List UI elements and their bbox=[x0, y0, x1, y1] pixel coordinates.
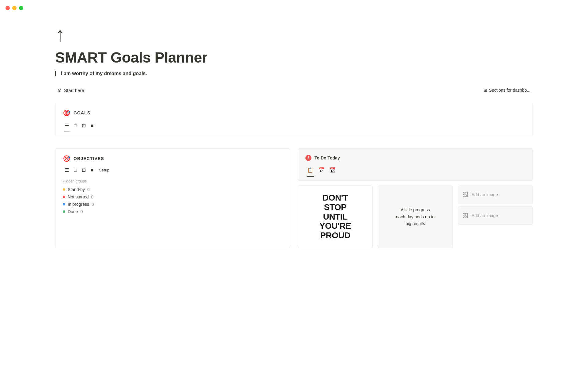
action-row: ⊙ Start here ⊞ Sections for dashbo... bbox=[55, 86, 533, 94]
grid-icon: ⊞ bbox=[484, 88, 487, 93]
objectives-board-tab[interactable]: □ bbox=[72, 166, 79, 174]
notstarted-dot bbox=[63, 196, 65, 198]
motivational-card: DON'T STOP UNTIL YOU'RE PROUD bbox=[298, 186, 373, 248]
image-placeholder-icon-2: 🖼 bbox=[463, 213, 469, 219]
add-image-button-2[interactable]: 🖼 Add an image bbox=[458, 206, 533, 225]
goals-list-view-tab[interactable]: ☰ bbox=[63, 121, 71, 130]
status-notstarted: Not started 0 bbox=[63, 194, 283, 199]
goals-section-header: 🎯 GOALS bbox=[63, 109, 525, 117]
hidden-groups-label: Hidden groups bbox=[63, 179, 283, 183]
title-bar bbox=[0, 0, 588, 16]
objectives-gallery-tab[interactable]: ⊡ bbox=[80, 166, 88, 174]
goals-title: GOALS bbox=[74, 110, 90, 115]
goals-board-view-tab[interactable]: □ bbox=[72, 122, 79, 130]
start-here-label: Start here bbox=[64, 88, 84, 93]
image-gallery: DON'T STOP UNTIL YOU'RE PROUD A little p… bbox=[298, 186, 533, 248]
inprogress-dot bbox=[63, 203, 65, 205]
objectives-panel: 🎯 OBJECTIVES ☰ □ ⊡ ■ Setup Hidden groups… bbox=[55, 148, 290, 248]
sections-button[interactable]: ⊞ Sections for dashbo... bbox=[481, 86, 533, 94]
info-icon: ! bbox=[305, 155, 311, 161]
inprogress-label: In progress bbox=[68, 202, 89, 207]
notstarted-count: 0 bbox=[91, 194, 93, 199]
bottom-grid: 🎯 OBJECTIVES ☰ □ ⊡ ■ Setup Hidden groups… bbox=[55, 148, 533, 248]
motivational-text: DON'T STOP UNTIL YOU'RE PROUD bbox=[319, 193, 351, 240]
quote-block: I am worthy of my dreams and goals. bbox=[55, 71, 533, 76]
standby-label: Stand-by bbox=[68, 187, 85, 192]
quote-card-text: A little progress each day adds up to bi… bbox=[396, 206, 435, 227]
goals-target-icon: 🎯 bbox=[63, 109, 70, 117]
circle-arrow-icon: ⊙ bbox=[58, 87, 62, 93]
quote-text: I am worthy of my dreams and goals. bbox=[61, 71, 147, 76]
objectives-target-icon: 🎯 bbox=[63, 155, 70, 162]
goals-view-tabs: ☰ □ ⊡ ■ bbox=[63, 121, 525, 130]
main-content: ↑ SMART Goals Planner I am worthy of my … bbox=[0, 0, 588, 248]
start-here-button[interactable]: ⊙ Start here bbox=[55, 86, 87, 94]
image-placeholder-icon-1: 🖼 bbox=[463, 192, 469, 198]
todo-panel: ! To Do Today 📋 📅 📆 bbox=[298, 148, 533, 181]
todo-title: To Do Today bbox=[315, 155, 340, 160]
close-button[interactable] bbox=[6, 6, 10, 10]
done-count: 0 bbox=[80, 209, 83, 214]
standby-dot bbox=[63, 188, 65, 191]
done-label: Done bbox=[68, 209, 78, 214]
objectives-view-tabs: ☰ □ ⊡ ■ bbox=[63, 166, 95, 174]
goals-section: 🎯 GOALS ☰ □ ⊡ ■ bbox=[55, 103, 533, 136]
todo-board-tab[interactable]: 📋 bbox=[305, 166, 315, 174]
status-standby: Stand-by 0 bbox=[63, 187, 283, 192]
inprogress-count: 0 bbox=[92, 202, 94, 207]
notstarted-label: Not started bbox=[68, 194, 89, 199]
todo-grid-tab[interactable]: 📆 bbox=[327, 166, 337, 174]
maximize-button[interactable] bbox=[19, 6, 23, 10]
status-inprogress: In progress 0 bbox=[63, 202, 283, 207]
objectives-list-tab[interactable]: ☰ bbox=[63, 166, 71, 174]
goals-table-view-tab[interactable]: ■ bbox=[89, 122, 96, 130]
todo-header: ! To Do Today bbox=[305, 155, 525, 161]
todo-view-tabs: 📋 📅 📆 bbox=[305, 166, 525, 174]
objectives-header: 🎯 OBJECTIVES bbox=[63, 155, 283, 162]
objectives-table-tab[interactable]: ■ bbox=[89, 166, 96, 174]
page-icon: ↑ bbox=[55, 25, 533, 44]
done-dot bbox=[63, 210, 65, 213]
quote-inspiration-card: A little progress each day adds up to bi… bbox=[378, 186, 453, 248]
objectives-setup-label[interactable]: Setup bbox=[99, 168, 109, 172]
objectives-title: OBJECTIVES bbox=[74, 156, 104, 161]
goals-gallery-view-tab[interactable]: ⊡ bbox=[80, 121, 88, 130]
add-image-button-1[interactable]: 🖼 Add an image bbox=[458, 186, 533, 204]
status-done: Done 0 bbox=[63, 209, 283, 214]
right-column: ! To Do Today 📋 📅 📆 DON'T STOP UNTIL YOU… bbox=[298, 148, 533, 248]
sections-label: Sections for dashbo... bbox=[489, 88, 530, 93]
todo-calendar-tab[interactable]: 📅 bbox=[316, 166, 326, 174]
minimize-button[interactable] bbox=[12, 6, 17, 10]
add-image-label-2: Add an image bbox=[472, 213, 498, 218]
standby-count: 0 bbox=[87, 187, 90, 192]
add-image-label-1: Add an image bbox=[472, 192, 498, 197]
page-title: SMART Goals Planner bbox=[55, 49, 533, 66]
